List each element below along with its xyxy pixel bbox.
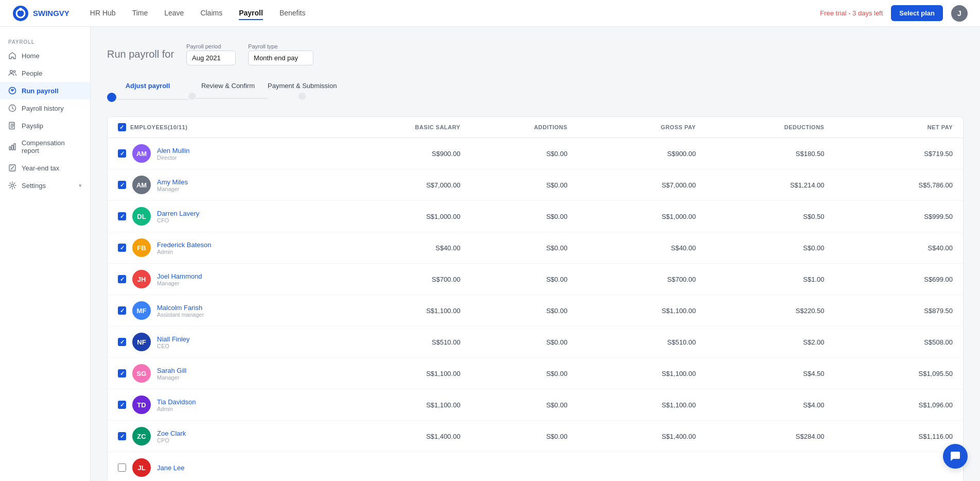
net-pay: S$999.50 [824,213,953,220]
sidebar-item-people-label: People [22,70,42,77]
row-checkbox[interactable] [118,181,126,189]
gross-pay: S$900.00 [567,150,696,158]
additions: S$0.00 [460,244,567,252]
nav-items: HR Hub Time Leave Claims Payroll Benefit… [90,7,820,20]
step-dot-adjust [107,93,116,102]
nav-benefits[interactable]: Benefits [279,7,306,20]
sidebar-item-people[interactable]: People [0,64,90,82]
employee-name[interactable]: Joel Hammond [157,272,202,280]
nav-payroll[interactable]: Payroll [239,7,263,20]
employee-name[interactable]: Jane Lee [157,464,185,472]
sidebar-item-year-end-tax-label: Year-end tax [22,164,59,172]
employee-name[interactable]: Zoe Clark [157,430,186,437]
sidebar-item-home[interactable]: Home [0,47,90,64]
gross-pay: S$700.00 [567,276,696,283]
additions: S$0.00 [460,276,567,283]
history-icon [8,104,16,112]
row-checkbox[interactable] [118,338,126,346]
employee-role: Assistant manager [157,312,204,318]
table-row: MF Malcolm Farish Assistant manager S$1,… [108,295,963,327]
employee-name[interactable]: Sarah Gill [157,367,186,374]
svg-point-2 [19,8,22,11]
run-payroll-header: Run payroll for Payroll period Aug 2021 … [107,43,964,65]
payroll-period-select[interactable]: Aug 2021 Sep 2021 [186,50,236,65]
additions: S$0.00 [460,213,567,220]
home-icon [8,51,16,60]
employee-name[interactable]: Amy Miles [157,178,188,186]
deductions: S$2.00 [696,338,825,346]
employee-name[interactable]: Niall Finley [157,335,190,343]
employee-name[interactable]: Tia Davidson [157,398,196,406]
employee-role: Manager [157,186,188,192]
sidebar-item-run-payroll[interactable]: Run payroll [0,82,90,99]
employee-name[interactable]: Malcolm Farish [157,304,204,312]
select-plan-button[interactable]: Select plan [891,5,943,21]
svg-point-13 [11,184,14,187]
svg-point-4 [13,71,15,73]
col-employees: EMPLOYEES(10/11) [118,123,332,131]
basic-salary: S$1,400.00 [332,433,461,440]
deductions: S$0.50 [696,213,825,220]
payroll-type-select[interactable]: Month end pay Mid-month pay [248,50,313,65]
table-row: SG Sarah Gill Manager S$1,100.00 S$0.00 … [108,358,963,389]
table-row: ZC Zoe Clark CPO S$1,400.00 S$0.00 S$1,4… [108,421,963,452]
tax-icon [8,164,16,172]
sidebar-item-run-payroll-label: Run payroll [22,87,59,95]
chat-button[interactable] [943,444,968,469]
row-checkbox[interactable] [118,275,126,283]
logo[interactable]: SWINGVY [12,5,69,22]
sidebar-item-settings[interactable]: Settings ▾ [0,177,90,194]
employee-cell: MF Malcolm Farish Assistant manager [118,301,332,320]
row-checkbox[interactable] [118,212,126,220]
nav-leave[interactable]: Leave [164,7,184,20]
gross-pay: S$1,400.00 [567,433,696,440]
sidebar-item-payslip-label: Payslip [22,122,43,130]
avatar: ZC [132,427,151,445]
net-pay: S$508.00 [824,338,953,346]
avatar: NF [132,333,151,351]
nav-time[interactable]: Time [132,7,148,20]
table-row: JH Joel Hammond Manager S$700.00 S$0.00 … [108,264,963,295]
basic-salary: S$40.00 [332,244,461,252]
sidebar-item-year-end-tax[interactable]: Year-end tax [0,159,90,177]
step-payment-label: Payment & Submission [268,82,337,90]
sidebar-item-payroll-history[interactable]: Payroll history [0,99,90,117]
deductions: S$180.50 [696,150,825,158]
steps-container: Adjust payroll Review & Confirm Payment … [107,82,964,102]
employee-name[interactable]: Alen Mullin [157,147,190,154]
employee-role: Manager [157,280,202,286]
gross-pay: S$1,100.00 [567,307,696,315]
user-avatar[interactable]: J [951,5,968,22]
row-checkbox[interactable] [118,244,126,252]
basic-salary: S$1,100.00 [332,401,461,409]
step-dot-review [188,93,196,100]
employee-cell: AM Amy Miles Manager [118,176,332,194]
deductions: S$1.00 [696,276,825,283]
avatar: MF [132,301,151,320]
nav-claims[interactable]: Claims [200,7,222,20]
row-checkbox[interactable] [118,369,126,377]
employee-role: CPO [157,437,186,443]
col-gross-pay: GROSS PAY [567,124,696,130]
row-checkbox[interactable] [118,149,126,158]
deductions: S$0.00 [696,244,825,252]
employee-name[interactable]: Frederick Bateson [157,241,212,249]
table-row: AM Amy Miles Manager S$7,000.00 S$0.00 S… [108,169,963,201]
employee-cell: TD Tia Davidson Admin [118,396,332,414]
sidebar-item-payslip[interactable]: Payslip [0,117,90,134]
row-checkbox[interactable] [118,463,126,472]
nav-hr-hub[interactable]: HR Hub [90,7,116,20]
additions: S$0.00 [460,338,567,346]
employee-name[interactable]: Darren Lavery [157,210,199,217]
row-checkbox[interactable] [118,401,126,409]
additions: S$0.00 [460,370,567,377]
basic-salary: S$900.00 [332,150,461,158]
select-all-checkbox[interactable] [118,123,126,131]
row-checkbox[interactable] [118,306,126,315]
basic-salary: S$1,100.00 [332,307,461,315]
sidebar-item-compensation-report[interactable]: Compensation report [0,134,90,159]
employee-role: CEO [157,343,190,349]
row-checkbox[interactable] [118,432,126,440]
avatar: JL [132,458,151,477]
additions: S$0.00 [460,401,567,409]
